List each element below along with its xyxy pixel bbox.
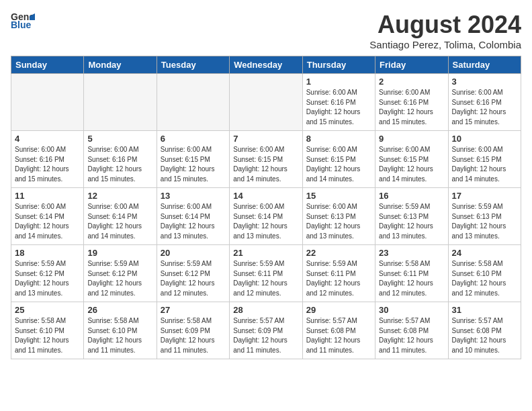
calendar-cell xyxy=(11,74,84,131)
calendar-cell: 26Sunrise: 5:58 AMSunset: 6:10 PMDayligh… xyxy=(84,302,157,359)
calendar-cell: 5Sunrise: 6:00 AMSunset: 6:16 PMDaylight… xyxy=(84,131,157,188)
cell-text: Sunrise: 5:58 AMSunset: 6:11 PMDaylight:… xyxy=(379,259,444,298)
calendar-cell: 19Sunrise: 5:59 AMSunset: 6:12 PMDayligh… xyxy=(84,245,157,302)
location-title: Santiago Perez, Tolima, Colombia xyxy=(369,39,521,50)
cell-text: Sunrise: 6:00 AMSunset: 6:16 PMDaylight:… xyxy=(379,88,444,127)
calendar-cell: 10Sunrise: 6:00 AMSunset: 6:15 PMDayligh… xyxy=(448,131,521,188)
calendar-row-3: 18Sunrise: 5:59 AMSunset: 6:12 PMDayligh… xyxy=(11,245,521,302)
day-number: 12 xyxy=(87,191,152,201)
cell-text: Sunrise: 6:00 AMSunset: 6:16 PMDaylight:… xyxy=(452,88,517,127)
logo: General Blue xyxy=(11,11,35,31)
calendar-cell: 21Sunrise: 5:59 AMSunset: 6:11 PMDayligh… xyxy=(230,245,302,302)
day-number: 10 xyxy=(452,134,517,144)
logo-icon: General Blue xyxy=(11,11,35,31)
calendar-cell: 3Sunrise: 6:00 AMSunset: 6:16 PMDaylight… xyxy=(448,74,521,131)
day-number: 28 xyxy=(233,305,298,315)
calendar-cell: 28Sunrise: 5:57 AMSunset: 6:09 PMDayligh… xyxy=(230,302,302,359)
calendar-cell: 25Sunrise: 5:58 AMSunset: 6:10 PMDayligh… xyxy=(11,302,84,359)
day-number: 18 xyxy=(15,248,80,258)
day-number: 15 xyxy=(306,191,371,201)
calendar-cell: 14Sunrise: 6:00 AMSunset: 6:14 PMDayligh… xyxy=(230,188,302,245)
calendar-cell: 1Sunrise: 6:00 AMSunset: 6:16 PMDaylight… xyxy=(302,74,375,131)
day-number: 16 xyxy=(379,191,444,201)
month-title: August 2024 xyxy=(369,11,521,39)
day-number: 29 xyxy=(306,305,371,315)
day-number: 17 xyxy=(452,191,517,201)
calendar-cell: 29Sunrise: 5:57 AMSunset: 6:08 PMDayligh… xyxy=(302,302,375,359)
cell-text: Sunrise: 5:57 AMSunset: 6:08 PMDaylight:… xyxy=(379,316,444,355)
cell-text: Sunrise: 6:00 AMSunset: 6:15 PMDaylight:… xyxy=(161,145,226,184)
cell-text: Sunrise: 6:00 AMSunset: 6:15 PMDaylight:… xyxy=(379,145,444,184)
cell-text: Sunrise: 6:00 AMSunset: 6:16 PMDaylight:… xyxy=(87,145,152,184)
calendar-row-0: 1Sunrise: 6:00 AMSunset: 6:16 PMDaylight… xyxy=(11,74,521,131)
svg-text:Blue: Blue xyxy=(11,19,32,30)
day-number: 19 xyxy=(87,248,152,258)
calendar-cell xyxy=(230,74,302,131)
day-number: 31 xyxy=(452,305,517,315)
day-number: 21 xyxy=(233,248,298,258)
title-area: August 2024 Santiago Perez, Tolima, Colo… xyxy=(369,11,521,50)
day-number: 8 xyxy=(306,134,371,144)
day-number: 20 xyxy=(161,248,226,258)
day-number: 5 xyxy=(87,134,152,144)
day-number: 1 xyxy=(306,77,371,87)
calendar-cell: 12Sunrise: 6:00 AMSunset: 6:14 PMDayligh… xyxy=(84,188,157,245)
weekday-header-thursday: Thursday xyxy=(302,56,375,74)
day-number: 3 xyxy=(452,77,517,87)
day-number: 24 xyxy=(452,248,517,258)
cell-text: Sunrise: 6:00 AMSunset: 6:15 PMDaylight:… xyxy=(233,145,298,184)
calendar-cell: 9Sunrise: 6:00 AMSunset: 6:15 PMDaylight… xyxy=(375,131,448,188)
weekday-header-tuesday: Tuesday xyxy=(157,56,229,74)
calendar-table: SundayMondayTuesdayWednesdayThursdayFrid… xyxy=(11,56,521,359)
calendar-cell xyxy=(84,74,157,131)
cell-text: Sunrise: 5:57 AMSunset: 6:09 PMDaylight:… xyxy=(233,316,298,355)
calendar-cell: 23Sunrise: 5:58 AMSunset: 6:11 PMDayligh… xyxy=(375,245,448,302)
calendar-row-1: 4Sunrise: 6:00 AMSunset: 6:16 PMDaylight… xyxy=(11,131,521,188)
cell-text: Sunrise: 5:58 AMSunset: 6:10 PMDaylight:… xyxy=(87,316,152,355)
day-number: 6 xyxy=(161,134,226,144)
calendar-cell: 15Sunrise: 6:00 AMSunset: 6:13 PMDayligh… xyxy=(302,188,375,245)
cell-text: Sunrise: 5:59 AMSunset: 6:12 PMDaylight:… xyxy=(15,259,80,298)
cell-text: Sunrise: 5:58 AMSunset: 6:10 PMDaylight:… xyxy=(452,259,517,298)
cell-text: Sunrise: 5:59 AMSunset: 6:12 PMDaylight:… xyxy=(87,259,152,298)
cell-text: Sunrise: 6:00 AMSunset: 6:14 PMDaylight:… xyxy=(233,202,298,241)
calendar-cell: 18Sunrise: 5:59 AMSunset: 6:12 PMDayligh… xyxy=(11,245,84,302)
cell-text: Sunrise: 6:00 AMSunset: 6:15 PMDaylight:… xyxy=(452,145,517,184)
header: General Blue August 2024 Santiago Perez,… xyxy=(11,11,521,50)
weekday-header-row: SundayMondayTuesdayWednesdayThursdayFrid… xyxy=(11,56,521,74)
cell-text: Sunrise: 5:59 AMSunset: 6:11 PMDaylight:… xyxy=(306,259,371,298)
day-number: 22 xyxy=(306,248,371,258)
calendar-row-2: 11Sunrise: 6:00 AMSunset: 6:14 PMDayligh… xyxy=(11,188,521,245)
calendar-cell: 27Sunrise: 5:58 AMSunset: 6:09 PMDayligh… xyxy=(157,302,229,359)
cell-text: Sunrise: 5:59 AMSunset: 6:13 PMDaylight:… xyxy=(452,202,517,241)
calendar-cell: 20Sunrise: 5:59 AMSunset: 6:12 PMDayligh… xyxy=(157,245,229,302)
cell-text: Sunrise: 6:00 AMSunset: 6:14 PMDaylight:… xyxy=(87,202,152,241)
calendar-cell: 8Sunrise: 6:00 AMSunset: 6:15 PMDaylight… xyxy=(302,131,375,188)
calendar-cell: 6Sunrise: 6:00 AMSunset: 6:15 PMDaylight… xyxy=(157,131,229,188)
cell-text: Sunrise: 6:00 AMSunset: 6:16 PMDaylight:… xyxy=(15,145,80,184)
calendar-cell: 31Sunrise: 5:57 AMSunset: 6:08 PMDayligh… xyxy=(448,302,521,359)
cell-text: Sunrise: 5:58 AMSunset: 6:10 PMDaylight:… xyxy=(15,316,80,355)
day-number: 13 xyxy=(161,191,226,201)
weekday-header-sunday: Sunday xyxy=(11,56,84,74)
day-number: 2 xyxy=(379,77,444,87)
day-number: 7 xyxy=(233,134,298,144)
calendar-cell: 16Sunrise: 5:59 AMSunset: 6:13 PMDayligh… xyxy=(375,188,448,245)
weekday-header-monday: Monday xyxy=(84,56,157,74)
day-number: 23 xyxy=(379,248,444,258)
calendar-cell: 24Sunrise: 5:58 AMSunset: 6:10 PMDayligh… xyxy=(448,245,521,302)
day-number: 4 xyxy=(15,134,80,144)
calendar-cell: 11Sunrise: 6:00 AMSunset: 6:14 PMDayligh… xyxy=(11,188,84,245)
weekday-header-saturday: Saturday xyxy=(448,56,521,74)
cell-text: Sunrise: 6:00 AMSunset: 6:14 PMDaylight:… xyxy=(161,202,226,241)
day-number: 14 xyxy=(233,191,298,201)
weekday-header-wednesday: Wednesday xyxy=(230,56,302,74)
calendar-cell: 4Sunrise: 6:00 AMSunset: 6:16 PMDaylight… xyxy=(11,131,84,188)
calendar-cell xyxy=(157,74,229,131)
calendar-cell: 7Sunrise: 6:00 AMSunset: 6:15 PMDaylight… xyxy=(230,131,302,188)
cell-text: Sunrise: 5:57 AMSunset: 6:08 PMDaylight:… xyxy=(306,316,371,355)
day-number: 26 xyxy=(87,305,152,315)
day-number: 27 xyxy=(161,305,226,315)
calendar-cell: 22Sunrise: 5:59 AMSunset: 6:11 PMDayligh… xyxy=(302,245,375,302)
cell-text: Sunrise: 6:00 AMSunset: 6:15 PMDaylight:… xyxy=(306,145,371,184)
